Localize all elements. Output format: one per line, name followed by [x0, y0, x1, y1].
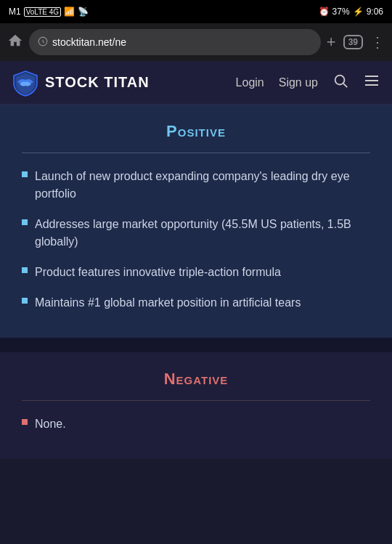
- bullet-text: Addresses large market opportunity (45.5…: [35, 216, 370, 251]
- bullet-icon: [22, 267, 28, 273]
- browser-actions: + 39 ⋮: [327, 33, 385, 52]
- positive-divider: [22, 153, 370, 153]
- logo-area: STOCK TITAN: [12, 69, 236, 97]
- logo-text: STOCK TITAN: [45, 74, 150, 91]
- carrier-text: M1: [9, 7, 21, 17]
- signup-link[interactable]: Sign up: [279, 76, 318, 89]
- positive-section: Positive Launch of new product expanding…: [0, 105, 392, 338]
- negative-section-title: Negative: [22, 370, 370, 389]
- search-icon[interactable]: [332, 73, 348, 92]
- positive-bullet-list: Launch of new product expanding company'…: [22, 168, 370, 312]
- bullet-text: Launch of new product expanding company'…: [35, 168, 370, 203]
- wifi-icon: 📡: [78, 7, 89, 17]
- signal-icon: 📶: [64, 7, 75, 17]
- bullet-icon: [22, 419, 28, 425]
- negative-divider: [22, 400, 370, 401]
- nav-bar: STOCK TITAN Login Sign up: [0, 61, 392, 105]
- battery-percent: 37%: [332, 7, 350, 17]
- status-left: M1 VoLTE 4G 📶 📡: [9, 7, 89, 17]
- hamburger-menu-icon[interactable]: [363, 72, 380, 94]
- bullet-text: Maintains #1 global market position in a…: [35, 294, 301, 312]
- logo-icon: [12, 69, 39, 97]
- bullet-icon: [22, 219, 28, 225]
- status-bar: M1 VoLTE 4G 📶 📡 ⏰ 37% ⚡ 9:06: [0, 0, 392, 23]
- home-button[interactable]: [7, 33, 23, 52]
- list-item: Product features innovative triple-actio…: [22, 264, 370, 281]
- alarm-icon: ⏰: [319, 7, 330, 17]
- positive-section-title: Positive: [22, 122, 370, 141]
- new-tab-button[interactable]: +: [327, 33, 336, 52]
- url-bar[interactable]: stocktitan.net/ne: [29, 29, 321, 55]
- negative-section: Negative None.: [0, 352, 392, 459]
- list-item: Launch of new product expanding company'…: [22, 168, 370, 203]
- url-security-icon: [38, 36, 48, 49]
- url-text: stocktitan.net/ne: [52, 36, 126, 48]
- section-gap: [0, 338, 392, 352]
- bullet-text: Product features innovative triple-actio…: [35, 264, 281, 281]
- svg-line-2: [343, 84, 347, 87]
- list-item: None.: [22, 415, 370, 433]
- browser-chrome: stocktitan.net/ne + 39 ⋮: [0, 23, 392, 61]
- charging-icon: ⚡: [353, 7, 364, 17]
- tabs-count-badge[interactable]: 39: [343, 35, 363, 49]
- bullet-text: None.: [35, 415, 66, 433]
- list-item: Maintains #1 global market position in a…: [22, 294, 370, 312]
- svg-point-1: [335, 76, 345, 85]
- content-area: Positive Launch of new product expanding…: [0, 105, 392, 459]
- negative-bullet-list: None.: [22, 415, 370, 433]
- list-item: Addresses large market opportunity (45.5…: [22, 216, 370, 251]
- network-type: VoLTE 4G: [24, 7, 61, 17]
- bullet-icon: [22, 171, 28, 177]
- status-right: ⏰ 37% ⚡ 9:06: [319, 7, 383, 17]
- nav-links: Login Sign up: [236, 72, 380, 94]
- login-link[interactable]: Login: [236, 76, 264, 89]
- time-display: 9:06: [367, 7, 383, 17]
- browser-menu-button[interactable]: ⋮: [370, 33, 385, 51]
- bullet-icon: [22, 298, 28, 304]
